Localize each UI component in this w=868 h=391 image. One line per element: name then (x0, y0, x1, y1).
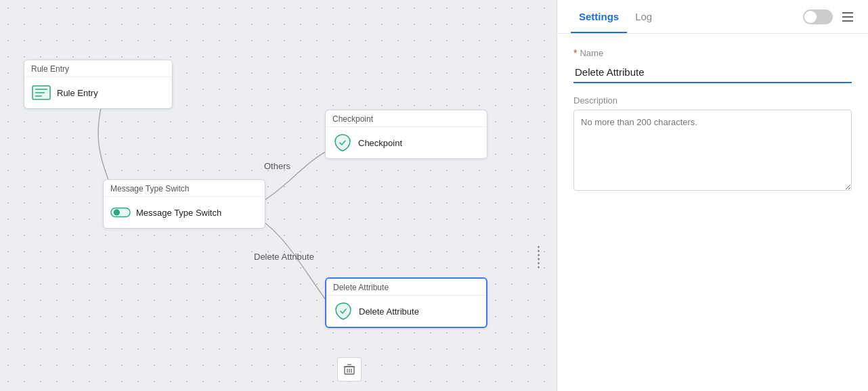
name-field-label: * Name (573, 47, 852, 58)
switch-icon (110, 202, 131, 223)
message-type-switch-label: Message Type Switch (136, 208, 221, 218)
delete-attribute-node-label: Delete Attribute (359, 306, 419, 317)
name-required-star: * (573, 47, 577, 58)
canvas: Rule Entry Rule Entry Message Type Switc… (0, 0, 557, 391)
description-label: Description (573, 95, 852, 106)
description-textarea[interactable] (573, 110, 852, 191)
message-type-switch-header: Message Type Switch (104, 180, 265, 197)
toggle-switch[interactable] (803, 9, 833, 24)
panel-tab-bar: Settings Log (557, 0, 868, 34)
delete-attribute-node-header: Delete Attribute (326, 279, 486, 296)
message-type-switch-node[interactable]: Message Type Switch Message Type Switch (103, 179, 265, 229)
svg-point-5 (114, 209, 120, 215)
panel-drag-handle[interactable] (535, 244, 555, 271)
menu-icon[interactable] (841, 12, 854, 22)
settings-panel: Settings Log * Name Description (557, 0, 868, 391)
checkpoint-node[interactable]: Checkpoint Checkpoint (325, 110, 487, 159)
tab-log[interactable]: Log (627, 1, 660, 33)
tab-settings[interactable]: Settings (571, 1, 627, 33)
rule-entry-icon (31, 83, 51, 103)
rule-entry-node-header: Rule Entry (24, 60, 172, 77)
rule-entry-node[interactable]: Rule Entry Rule Entry (24, 60, 173, 109)
edge-label-others: Others (264, 161, 290, 171)
delete-attribute-icon (333, 301, 353, 321)
checkpoint-node-header: Checkpoint (326, 110, 487, 127)
edge-label-delete-attribute: Delete Attribute (254, 252, 314, 262)
checkpoint-icon (332, 133, 353, 153)
name-label-text: Name (580, 48, 603, 58)
connections-svg (0, 0, 557, 391)
checkpoint-node-label: Checkpoint (358, 138, 402, 148)
name-input[interactable] (573, 62, 852, 83)
rule-entry-node-label: Rule Entry (57, 88, 98, 98)
panel-content: * Name Description (557, 34, 868, 391)
delete-node-button[interactable] (337, 357, 362, 382)
delete-attribute-node[interactable]: Delete Attribute Delete Attribute (325, 277, 487, 328)
